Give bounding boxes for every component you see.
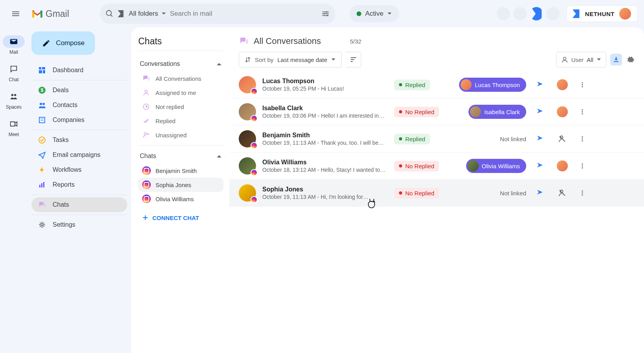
link-pill[interactable]: Lucas Thompson: [459, 78, 526, 92]
nav-item-campaigns[interactable]: Email campaigns: [31, 147, 127, 162]
rail-chat[interactable]: Chat: [3, 63, 25, 82]
chat-label: Sophia Jones: [156, 182, 191, 188]
link-pill[interactable]: Olivia Williams: [466, 159, 527, 173]
search-bar[interactable]: All folders: [100, 4, 335, 24]
conversation-row[interactable]: Lucas Thompson October 19, 05:25 PM - Hi…: [229, 71, 644, 98]
conversation-row[interactable]: Sophia Jones October 19, 11:13 AM - Hi, …: [229, 180, 644, 207]
instagram-icon: [142, 180, 151, 189]
chat-sophia[interactable]: Sophia Jones: [138, 178, 223, 192]
chat-benjamin[interactable]: Benjamin Smith: [138, 164, 223, 178]
header-app-icon[interactable]: [513, 7, 527, 20]
header-app-icon[interactable]: [546, 7, 560, 20]
chat-label: Olivia Williams: [156, 196, 194, 202]
section-chats[interactable]: Chats: [138, 149, 223, 164]
link-pill[interactable]: Isabella Clark: [468, 105, 526, 119]
hamburger-menu[interactable]: [6, 4, 25, 23]
filter-unassigned[interactable]: Unassigned: [138, 128, 223, 142]
download-button[interactable]: [610, 54, 622, 66]
sort-selector[interactable]: Sort by Last message date: [239, 52, 342, 67]
gmail-logo[interactable]: Gmail: [31, 9, 69, 19]
folder-selector[interactable]: All folders: [129, 10, 166, 18]
link-cell: Lucas Thompson: [456, 78, 526, 92]
assignee-cell: [554, 79, 570, 90]
row-more-button[interactable]: [576, 108, 588, 115]
header-app-icon[interactable]: [497, 7, 510, 20]
nethunt-icon: [573, 9, 581, 18]
contact-name: Benjamin Smith: [262, 132, 388, 139]
chat-label: Benjamin Smith: [156, 167, 197, 174]
nav-item-tasks[interactable]: Tasks: [31, 133, 127, 147]
presence-status[interactable]: Active: [349, 5, 399, 22]
svg-point-40: [582, 194, 583, 195]
nethunt-badge[interactable]: NETHUNT: [567, 5, 638, 22]
svg-rect-18: [43, 182, 44, 187]
assigned-icon: [142, 89, 150, 96]
nav-item-reports[interactable]: Reports: [31, 177, 127, 192]
filter-all[interactable]: All Conversations: [138, 71, 223, 86]
link-cell: Isabella Clark: [456, 105, 526, 119]
contact-avatar: [239, 130, 256, 147]
rail-chip: [3, 90, 25, 103]
rail-meet[interactable]: Meet: [3, 118, 25, 137]
nav-item-workflows[interactable]: Workflows: [31, 162, 127, 177]
assignee-avatar[interactable]: [557, 160, 568, 171]
svg-point-23: [563, 57, 566, 60]
contact-name: Sophia Jones: [262, 186, 388, 193]
connect-chat-button[interactable]: CONNECT CHAT: [138, 210, 223, 226]
not-linked-label: Not linked: [500, 190, 526, 197]
row-more-button[interactable]: [576, 135, 588, 142]
sort-direction-button[interactable]: [346, 52, 361, 67]
header-app-icon[interactable]: [530, 7, 543, 20]
svg-point-2: [324, 13, 325, 15]
filter-notreplied[interactable]: Not replied: [138, 100, 223, 114]
filter-assigned[interactable]: Assigned to me: [138, 86, 223, 100]
conversation-row[interactable]: Benjamin Smith October 19, 11:13 AM - Th…: [229, 126, 644, 153]
status-pill: No Replied: [394, 188, 439, 198]
conversation-row[interactable]: Isabella Clark October 19, 03:06 PM - He…: [229, 98, 644, 126]
source-icon[interactable]: [532, 189, 548, 197]
nav-item-settings[interactable]: Settings: [31, 217, 127, 232]
gear-icon: [626, 55, 635, 64]
nav-item-deals[interactable]: $Deals: [31, 83, 127, 98]
nav-item-contacts[interactable]: Contacts: [31, 98, 127, 113]
compose-button[interactable]: Compose: [31, 31, 95, 55]
svg-point-4: [11, 94, 13, 96]
section-conversations[interactable]: Conversations: [138, 56, 223, 71]
status-text: No Replied: [405, 109, 434, 115]
row-more-button[interactable]: [576, 162, 588, 169]
source-icon[interactable]: [532, 80, 548, 89]
row-more-button[interactable]: [576, 189, 588, 197]
user-avatar[interactable]: [618, 7, 632, 20]
svg-point-19: [41, 224, 43, 226]
rail-mail[interactable]: Mail: [3, 35, 25, 55]
source-icon[interactable]: [532, 162, 548, 170]
conversation-row[interactable]: Olivia Williams October 18, 13:12 AM - H…: [229, 153, 644, 180]
tune-icon[interactable]: [321, 9, 330, 18]
filter-replied[interactable]: Replied: [138, 114, 223, 128]
link-cell: Not linked: [456, 136, 526, 142]
svg-point-1: [326, 11, 327, 13]
rail-spaces[interactable]: Spaces: [3, 90, 25, 110]
settings-button[interactable]: [626, 55, 635, 64]
sort-value: Last message date: [278, 56, 327, 63]
rail-chip: [3, 118, 25, 130]
gear-icon: [38, 220, 46, 229]
user-filter[interactable]: User All: [556, 52, 606, 67]
source-icon[interactable]: [532, 135, 548, 143]
nav-item-dashboard[interactable]: Dashboard: [31, 63, 127, 78]
svg-rect-17: [41, 183, 42, 187]
nav-item-chats[interactable]: Chats: [31, 197, 127, 212]
source-icon[interactable]: [532, 107, 548, 116]
nav-item-companies[interactable]: Companies: [31, 113, 127, 127]
status-pill: Replied: [394, 80, 430, 90]
money-icon: $: [38, 86, 46, 95]
search-input[interactable]: [170, 10, 317, 18]
unassigned-icon[interactable]: [558, 189, 567, 197]
svg-text:$: $: [41, 87, 44, 93]
nav-label: Deals: [53, 87, 69, 94]
assignee-avatar[interactable]: [557, 106, 568, 117]
row-more-button[interactable]: [576, 81, 588, 88]
assignee-avatar[interactable]: [557, 79, 568, 90]
unassigned-icon[interactable]: [558, 135, 567, 143]
chat-olivia[interactable]: Olivia Williams: [138, 192, 223, 206]
